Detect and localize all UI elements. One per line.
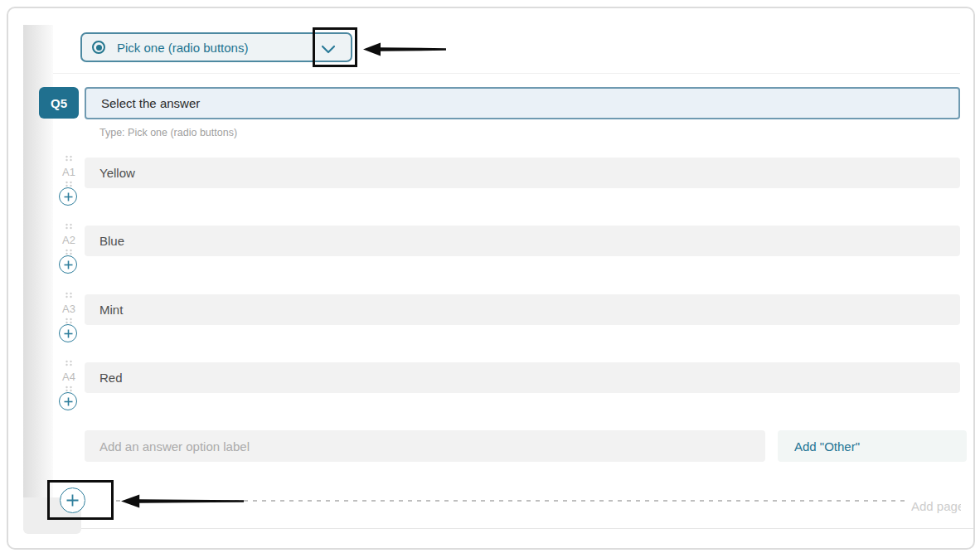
- question-type-caption: Type: Pick one (radio buttons): [99, 127, 237, 138]
- annotation-highlight-dropdown: [313, 27, 357, 67]
- question-number-badge: Q5: [39, 87, 79, 119]
- answer-option-input[interactable]: Mint: [85, 294, 960, 325]
- answer-option-input[interactable]: Blue: [85, 226, 960, 256]
- annotation-arrow-add-button: [121, 493, 244, 509]
- answer-id-label: A3: [56, 303, 81, 315]
- add-page-label: Add page: [911, 499, 961, 516]
- drag-handle-icon[interactable]: [63, 223, 75, 230]
- drag-handle-icon[interactable]: [63, 249, 75, 255]
- plus-icon: [64, 329, 73, 338]
- plus-icon: [64, 260, 73, 269]
- question-type-value: Pick one (radio buttons): [117, 41, 248, 55]
- insert-answer-button[interactable]: [59, 187, 77, 206]
- answer-option-input[interactable]: Red: [85, 362, 960, 393]
- insert-answer-button[interactable]: [59, 255, 77, 274]
- answer-row: A1 Yellow: [8, 158, 973, 224]
- insert-answer-button[interactable]: [59, 392, 77, 410]
- drag-handle-icon[interactable]: [63, 181, 75, 187]
- editor-canvas: Pick one (radio buttons) Q5 Select the a…: [7, 7, 975, 550]
- drag-handle-icon[interactable]: [63, 155, 75, 162]
- annotation-highlight-add-button: [47, 480, 114, 520]
- plus-icon: [64, 397, 73, 406]
- answer-row: A4 Red: [8, 362, 973, 429]
- annotation-arrow-dropdown: [363, 41, 446, 57]
- question-type-dropdown[interactable]: Pick one (radio buttons): [80, 32, 352, 62]
- answer-id-label: A2: [56, 234, 81, 246]
- question-block-border: [53, 73, 960, 74]
- page-bottom-border: [81, 528, 973, 529]
- answer-option-input[interactable]: Yellow: [85, 158, 960, 188]
- insert-answer-button[interactable]: [59, 324, 77, 342]
- drag-handle-icon[interactable]: [63, 360, 75, 366]
- drag-handle-icon[interactable]: [63, 292, 75, 298]
- add-other-button[interactable]: Add "Other": [778, 430, 967, 462]
- drag-handle-icon[interactable]: [63, 318, 75, 324]
- answer-id-label: A1: [56, 166, 81, 178]
- answer-row: A3 Mint: [8, 294, 973, 361]
- question-title-input[interactable]: Select the answer: [85, 87, 960, 119]
- radio-button-icon: [92, 41, 105, 54]
- answer-row: A2 Blue: [8, 226, 973, 292]
- new-answer-input[interactable]: [85, 430, 765, 462]
- drag-handle-icon[interactable]: [63, 386, 75, 392]
- plus-icon: [64, 192, 73, 201]
- answer-id-label: A4: [56, 371, 81, 383]
- add-other-label: Add "Other": [794, 439, 860, 454]
